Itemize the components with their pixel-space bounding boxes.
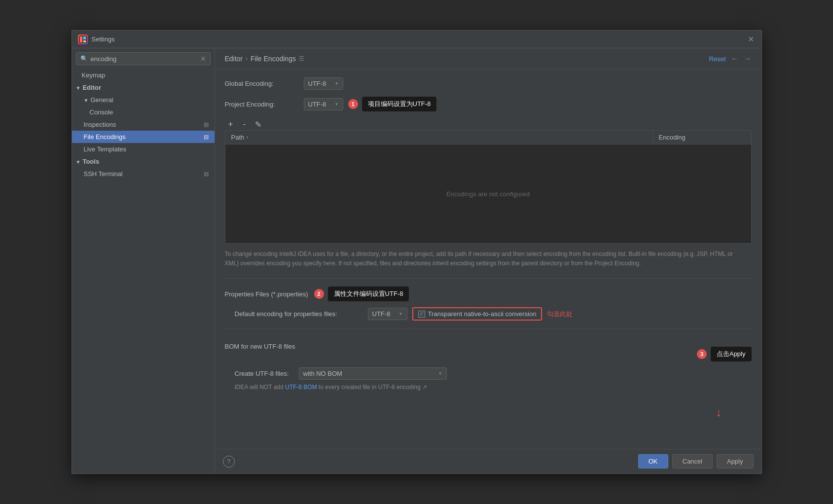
sidebar-file-encodings-icon: ▤ [204,134,209,140]
apply-button[interactable]: Apply [717,454,754,468]
global-encoding-dropdown[interactable]: UTF-8 [304,77,343,90]
table-empty-message: Encodings are not configured [446,190,530,198]
checkbox-container: Transparent native-to-ascii conversion [412,307,543,321]
tooltip2-text: 属性文件编码设置UTF-8 [328,287,409,301]
search-box[interactable]: 🔍 ✕ [76,52,211,65]
tooltip2-badge: 2 [314,289,324,299]
bom-create-row: Create UTF-8 files: with NO BOM [225,367,752,380]
ok-button[interactable]: OK [638,454,668,468]
remove-button[interactable]: - [239,118,251,130]
reset-button[interactable]: Reset [709,55,726,63]
sidebar-item-ssh-terminal-label: SSH Terminal [84,170,123,178]
search-clear-icon[interactable]: ✕ [200,55,206,63]
bom-hint: IDEA will NOT add UTF-8 BOM to every cre… [225,384,752,391]
table-body: Encodings are not configured [225,144,751,243]
bom-dropdown[interactable]: with NO BOM [299,367,447,380]
toolbar: + - ✎ [225,118,752,130]
sidebar-item-keymap-label: Keymap [82,72,106,79]
sidebar: 🔍 ✕ Keymap ▼Editor ▼General [72,48,215,473]
sidebar-item-general[interactable]: ▼General [72,94,215,106]
path-column-header[interactable]: Path [225,131,652,144]
tooltip2-container: 2 属性文件编码设置UTF-8 [314,287,409,301]
global-encoding-value: UTF-8 [308,80,326,87]
search-icon: 🔍 [80,55,88,62]
help-button[interactable]: ? [223,456,235,468]
sidebar-item-console[interactable]: Console [72,106,215,118]
transparent-checkbox[interactable] [418,311,425,318]
project-encoding-row: Project Encoding: UTF-8 1 项目编码设置为UTF-8 [225,97,752,111]
back-button[interactable]: ← [731,54,739,63]
breadcrumb-current: File Encodings [251,55,296,63]
section-divider-2 [225,328,752,329]
apply-hint: 3 点击Apply [697,347,752,361]
default-encoding-dropdown[interactable]: UTF-8 [368,308,407,320]
default-encoding-row: Default encoding for properties files: U… [225,307,752,321]
content-area: Global Encoding: UTF-8 Project Encoding:… [215,70,761,449]
breadcrumb: Editor › File Encodings ☰ [225,55,304,63]
encoding-column-header[interactable]: Encoding [652,131,751,144]
sidebar-item-inspections[interactable]: Inspections ▤ [72,118,215,131]
sidebar-item-editor-label: ▼Editor [76,84,101,91]
global-encoding-label: Global Encoding: [225,80,299,87]
bom-dropdown-value: with NO BOM [303,370,342,377]
sidebar-inspections-icon: ▤ [204,121,209,128]
description-text: To change encoding IntelliJ IDEA uses fo… [225,250,743,268]
sidebar-item-console-label: Console [90,108,113,116]
add-button[interactable]: + [225,118,237,130]
dialog-footer: ? OK Cancel Apply [215,449,761,473]
title-bar-left: Settings [78,35,115,44]
project-encoding-value: UTF-8 [308,101,326,108]
default-encoding-value: UTF-8 [372,310,391,318]
sidebar-item-tools[interactable]: ▼Tools [72,155,215,168]
global-encoding-row: Global Encoding: UTF-8 [225,77,752,90]
svg-rect-1 [80,36,82,42]
cancel-button[interactable]: Cancel [672,454,713,468]
main-content: Editor › File Encodings ☰ Reset ← → Glob… [215,48,761,473]
svg-rect-3 [83,40,86,42]
tooltip1-text: 项目编码设置为UTF-8 [362,97,437,111]
project-encoding-dropdown[interactable]: UTF-8 [304,98,343,110]
sidebar-ssh-icon: ▤ [204,171,209,177]
breadcrumb-separator: › [246,55,248,62]
dialog-body: 🔍 ✕ Keymap ▼Editor ▼General [72,48,761,473]
sidebar-item-keymap[interactable]: Keymap [72,69,215,81]
section-divider [225,278,752,279]
sidebar-item-file-encodings-label: File Encodings [84,133,126,141]
tooltip3-text: 点击Apply [711,347,752,361]
sidebar-item-editor[interactable]: ▼Editor [72,81,215,94]
red-arrow-icon: ↓ [716,405,722,419]
sidebar-item-file-encodings[interactable]: File Encodings ▤ [72,131,215,143]
default-encoding-label: Default encoding for properties files: [235,310,363,318]
forward-button[interactable]: → [744,54,752,63]
table-header: Path Encoding [225,131,751,144]
bom-link[interactable]: UTF-8 BOM [285,384,317,391]
title-bar: Settings ✕ [72,31,761,48]
properties-section: Properties Files (*.properties) 2 属性文件编码… [225,287,752,301]
bom-create-label: Create UTF-8 files: [235,370,294,377]
properties-label: Properties Files (*.properties) [225,290,308,298]
search-input[interactable] [91,55,197,63]
sidebar-item-general-label: ▼General [84,96,113,104]
sidebar-item-ssh-terminal[interactable]: SSH Terminal ▤ [72,168,215,180]
tooltip3-container: 3 点击Apply [697,347,752,361]
dialog-title: Settings [92,36,115,43]
app-icon [78,35,88,44]
red-hint-text: 勾选此处 [547,310,573,319]
sidebar-item-live-templates[interactable]: Live Templates [72,143,215,155]
sidebar-item-inspections-label: Inspections [84,121,116,128]
tooltip1-container: 1 项目编码设置为UTF-8 [348,97,437,111]
bom-hint-text: IDEA will NOT add [235,384,285,391]
close-button[interactable]: ✕ [748,36,756,43]
project-encoding-label: Project Encoding: [225,101,299,108]
breadcrumb-menu-icon[interactable]: ☰ [299,55,304,62]
bom-title: BOM for new UTF-8 files [225,343,295,350]
tooltip1-badge: 1 [348,99,358,109]
tooltip3-badge: 3 [697,349,707,359]
header-actions: Reset ← → [709,54,752,63]
breadcrumb-parent: Editor [225,55,243,63]
main-header: Editor › File Encodings ☰ Reset ← → [215,48,761,70]
edit-button[interactable]: ✎ [253,118,264,130]
encodings-table: Path Encoding Encodings are not configur… [225,130,752,244]
svg-rect-2 [83,36,86,39]
bom-section: BOM for new UTF-8 files 3 点击Apply Create… [225,337,752,419]
